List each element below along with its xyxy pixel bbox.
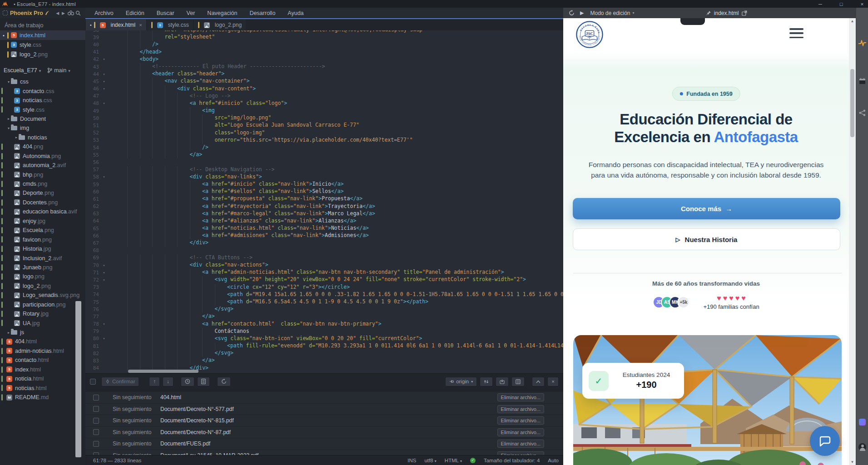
reload-icon[interactable] <box>569 10 575 16</box>
delete-file-button[interactable]: Eliminar archivo... <box>497 405 544 413</box>
commit-button[interactable]: Confirmar <box>101 377 139 386</box>
menu-navegación[interactable]: Navegación <box>207 10 237 16</box>
workspace-file-index[interactable]: •5index.html <box>0 30 85 40</box>
diff-list-button[interactable] <box>197 377 210 386</box>
open-external-icon[interactable] <box>742 10 747 16</box>
auto-indent-indicator[interactable]: Auto <box>548 458 559 463</box>
tree-item-README[interactable]: MREADME.md <box>0 393 85 402</box>
workspace-file-style[interactable]: 3style.css <box>0 40 85 49</box>
stage-all-checkbox[interactable] <box>90 379 96 385</box>
tree-item-contacto[interactable]: 5contacto.html <box>0 356 85 365</box>
close-panel-button[interactable]: × <box>547 377 559 386</box>
stage-file-checkbox[interactable] <box>93 418 99 424</box>
menu-hamburger-icon[interactable] <box>789 28 804 38</box>
fold-arrow-icon[interactable]: ▾ <box>99 101 109 105</box>
menu-ver[interactable]: Ver <box>187 10 195 16</box>
editor-tab-logo_2.png[interactable]: logo_2.png <box>194 20 246 30</box>
cursor-position[interactable]: 61:78 — 2833 líneas <box>93 458 141 463</box>
preview-scrollbar[interactable]: ▲ ▼ <box>849 18 856 465</box>
search-icon[interactable] <box>75 10 81 16</box>
tree-item-logo[interactable]: logo.png <box>0 272 85 281</box>
share-icon[interactable] <box>858 109 867 117</box>
stash-button[interactable] <box>496 377 509 386</box>
delete-file-button[interactable]: Eliminar archivo... <box>497 440 544 448</box>
minimize-button[interactable]: ─ <box>816 1 824 7</box>
editor-tab-index.html[interactable]: •5index.html× <box>86 20 146 30</box>
account-icon[interactable] <box>858 443 867 451</box>
menu-desarrollo[interactable]: Desarrollo <box>249 10 275 16</box>
origin-remote-button[interactable]: origin ▾ <box>445 377 477 386</box>
tree-item-cmds[interactable]: cmds.png <box>0 179 85 188</box>
scroll-up-icon[interactable]: ▲ <box>849 19 856 23</box>
language-selector[interactable]: HTML ▾ <box>445 458 462 463</box>
tree-item-Deporte[interactable]: Deporte.png <box>0 188 85 198</box>
scroll-down-icon[interactable]: ▼ <box>849 460 856 464</box>
editor-tab-style.css[interactable]: 3style.css <box>147 20 193 30</box>
tree-item-UA[interactable]: UA.jpg <box>0 318 85 327</box>
tree-item-Document[interactable]: ▸Document <box>0 114 85 124</box>
fold-arrow-icon[interactable]: ▾ <box>99 72 109 76</box>
linter-status-icon[interactable]: ✓ <box>470 458 476 463</box>
layout-button[interactable] <box>511 377 525 386</box>
preview-file-tab[interactable]: index.html <box>706 10 747 16</box>
tree-item-enjoy[interactable]: enjoy.jpg <box>0 217 85 226</box>
tree-item-Logo_senadis[interactable]: Logo_senadis.svg.png <box>0 291 85 300</box>
history-back-button[interactable]: ◀ <box>56 11 59 15</box>
project-name[interactable]: Escuela_E77 <box>4 67 37 74</box>
stage-file-checkbox[interactable] <box>93 441 99 447</box>
tree-item-img[interactable]: ▾img <box>0 124 85 133</box>
tree-item-404[interactable]: 404.png <box>0 142 85 151</box>
move-down-button[interactable]: ↓ <box>163 377 174 386</box>
play-icon[interactable]: ▶ <box>580 10 584 16</box>
sidebar-scrollbar[interactable] <box>75 301 81 457</box>
code-editor[interactable]: 38href="https://fonts.googleapis.com/css… <box>85 30 563 373</box>
fold-arrow-icon[interactable]: ▾ <box>99 336 109 341</box>
stage-file-checkbox[interactable] <box>93 395 99 401</box>
history-forward-button[interactable]: ▶ <box>62 11 65 15</box>
fold-arrow-icon[interactable]: ▾ <box>99 263 109 267</box>
close-button[interactable]: × <box>858 1 866 7</box>
tree-item-js[interactable]: ▸js <box>0 328 85 337</box>
fold-arrow-icon[interactable]: ▾ <box>99 271 109 275</box>
cta-secondary-button[interactable]: ▷ Nuestra Historia <box>573 228 840 250</box>
fold-arrow-icon[interactable]: ▾ <box>99 87 109 91</box>
school-seal-logo[interactable]: ESCUELA ESPECIAL JUAN SANDOVAL CARRASCO … <box>575 20 604 49</box>
menu-ayuda[interactable]: Ayuda <box>288 10 303 16</box>
delete-file-button[interactable]: Eliminar archivo... <box>497 428 544 436</box>
editor-horizontal-scrollbar[interactable] <box>128 370 198 373</box>
menu-archivo[interactable]: Archivo <box>94 10 114 16</box>
move-up-button[interactable]: ↑ <box>149 377 160 386</box>
refresh-button[interactable] <box>217 377 231 386</box>
tree-item-admin-noticias[interactable]: 5admin-noticias.html <box>0 346 85 356</box>
calendar-icon[interactable] <box>858 77 867 85</box>
binoculars-icon[interactable] <box>68 10 74 15</box>
git-branch-selector[interactable]: main ▾ <box>47 67 72 74</box>
fold-arrow-icon[interactable]: ▾ <box>99 175 109 179</box>
tree-item-participacion[interactable]: participacion.png <box>0 300 85 309</box>
push-pull-button[interactable] <box>480 377 493 386</box>
close-tab-icon[interactable]: × <box>139 22 142 28</box>
chat-widget-button[interactable] <box>810 426 840 456</box>
tree-item-educacion-basica[interactable]: educacion basica.avif <box>0 207 85 216</box>
fold-arrow-icon[interactable]: ▾ <box>99 79 109 84</box>
live-preview-icon[interactable] <box>858 39 867 47</box>
tree-item-Historia[interactable]: Historia.jpg <box>0 244 85 253</box>
fold-arrow-icon[interactable]: ▾ <box>99 57 109 61</box>
cta-primary-button[interactable]: Conoce más → <box>573 198 840 219</box>
tree-item-style[interactable]: 3style.css <box>0 105 85 114</box>
menu-buscar[interactable]: Buscar <box>157 10 174 16</box>
tree-item-Junaeb[interactable]: Junaeb.png <box>0 263 85 272</box>
tree-item-noticias[interactable]: 3noticias.css <box>0 96 85 105</box>
tree-item-Escuela[interactable]: Escuela.png <box>0 226 85 235</box>
delete-file-button[interactable]: Eliminar archivo... <box>497 416 544 425</box>
project-header[interactable]: Escuela_E77 ▾ main ▾ <box>0 65 85 75</box>
tree-item-css[interactable]: ▾css <box>0 77 85 86</box>
fold-arrow-icon[interactable]: ▾ <box>99 322 109 326</box>
tree-item-noticia[interactable]: 5noticia.html <box>0 374 85 383</box>
tree-item-noticias[interactable]: ▸noticias <box>0 133 85 142</box>
encoding-selector[interactable]: utf8 ▾ <box>424 458 436 463</box>
insert-mode-indicator[interactable]: INS <box>407 458 416 463</box>
tree-item-Autonomia[interactable]: Autonomia.png <box>0 152 85 161</box>
tree-item-logo_2[interactable]: logo_2.png <box>0 282 85 291</box>
menu-edición[interactable]: Edición <box>126 10 144 16</box>
